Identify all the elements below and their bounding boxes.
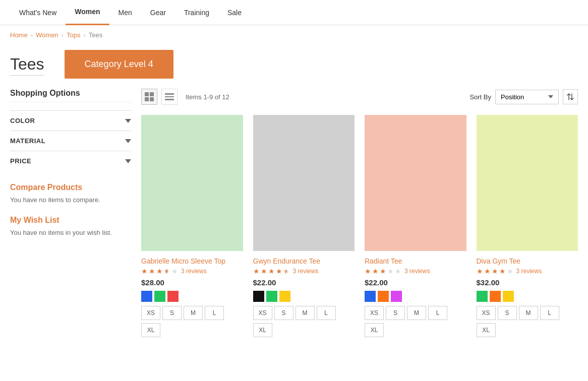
- nav-women[interactable]: Women: [66, 0, 109, 25]
- product-price: $32.00: [477, 278, 578, 287]
- reviews-link[interactable]: 3 reviews: [404, 268, 430, 275]
- size-button[interactable]: L: [540, 306, 559, 320]
- chevron-down-icon: [125, 119, 131, 123]
- nav-sale[interactable]: Sale: [218, 0, 251, 25]
- product-name[interactable]: Gabrielle Micro Sleeve Top: [141, 257, 243, 265]
- size-button[interactable]: S: [386, 306, 405, 320]
- breadcrumb-tops[interactable]: Tops: [67, 31, 80, 39]
- size-button[interactable]: S: [274, 306, 293, 320]
- wishlist-title: My Wish List: [10, 216, 131, 225]
- size-options: XSSML: [253, 306, 355, 320]
- size-button[interactable]: XL: [141, 323, 160, 337]
- color-swatch[interactable]: [141, 291, 152, 302]
- product-rating: ★★★★★ 3 reviews: [477, 267, 578, 275]
- nav-whats-new[interactable]: What's New: [10, 0, 66, 25]
- reviews-link[interactable]: 3 reviews: [293, 268, 319, 275]
- product-price: $22.00: [253, 278, 355, 287]
- filter-color: COLOR: [10, 110, 131, 131]
- star-full: ★: [268, 267, 275, 275]
- star-half: ★★: [164, 267, 170, 275]
- filter-material: MATERIAL: [10, 131, 131, 151]
- breadcrumb-sep-3: ›: [83, 31, 85, 39]
- compare-section: Compare Products You have no items to co…: [10, 183, 131, 204]
- list-view-button[interactable]: [161, 89, 178, 105]
- star-full: ★: [261, 267, 267, 275]
- reviews-link[interactable]: 3 reviews: [516, 268, 542, 275]
- size-button[interactable]: XS: [477, 306, 496, 320]
- size-button[interactable]: XL: [365, 323, 384, 337]
- color-swatch[interactable]: [167, 291, 179, 302]
- star-full: ★: [156, 267, 163, 275]
- nav-gear[interactable]: Gear: [141, 0, 175, 25]
- star-empty: ★: [387, 267, 394, 275]
- grid-view-button[interactable]: [141, 89, 157, 105]
- color-swatch[interactable]: [279, 291, 290, 302]
- sort-label: Sort By: [469, 93, 491, 101]
- size-button[interactable]: XS: [365, 306, 384, 320]
- product-card: Radiant Tee ★★★★★ 3 reviews $22.00 XSSML…: [365, 115, 466, 337]
- color-swatches: [477, 291, 578, 302]
- product-price: $22.00: [365, 278, 466, 287]
- size-button[interactable]: L: [428, 306, 447, 320]
- size-options: XSSML: [365, 306, 466, 320]
- size-button[interactable]: S: [162, 306, 182, 320]
- star-full: ★: [499, 267, 506, 275]
- color-swatch[interactable]: [266, 291, 277, 302]
- star-full: ★: [484, 267, 491, 275]
- compare-title: Compare Products: [10, 183, 131, 192]
- category-badge: Category Level 4: [65, 50, 173, 79]
- color-swatch[interactable]: [391, 291, 402, 302]
- color-swatch[interactable]: [477, 291, 488, 302]
- chevron-down-icon: [125, 159, 131, 163]
- product-card: Diva Gym Tee ★★★★★ 3 reviews $32.00 XSSM…: [477, 115, 578, 337]
- size-button[interactable]: XS: [253, 306, 272, 320]
- size-button[interactable]: M: [519, 306, 538, 320]
- main-layout: Shopping Options COLOR MATERIAL PRICE Co…: [0, 89, 588, 337]
- color-swatch[interactable]: [378, 291, 389, 302]
- color-swatch[interactable]: [253, 291, 264, 302]
- filter-price-label: PRICE: [10, 157, 31, 165]
- color-swatch[interactable]: [154, 291, 165, 302]
- color-swatch[interactable]: [365, 291, 376, 302]
- product-image: [365, 115, 466, 251]
- breadcrumb-current: Tees: [89, 31, 102, 39]
- size-button[interactable]: XS: [141, 306, 160, 320]
- product-name[interactable]: Radiant Tee: [365, 257, 466, 265]
- shopping-options-title: Shopping Options: [10, 89, 131, 102]
- filter-color-header[interactable]: COLOR: [10, 111, 131, 131]
- reviews-link[interactable]: 3 reviews: [181, 268, 207, 275]
- nav-training[interactable]: Training: [175, 0, 218, 25]
- filter-price-header[interactable]: PRICE: [10, 151, 131, 171]
- product-rating: ★★★★★★ 3 reviews: [253, 267, 355, 275]
- product-name[interactable]: Gwyn Endurance Tee: [253, 257, 355, 265]
- size-button[interactable]: XL: [477, 323, 496, 337]
- items-count: Items 1-9 of 12: [186, 93, 229, 101]
- filter-material-header[interactable]: MATERIAL: [10, 131, 131, 151]
- size-button[interactable]: M: [184, 306, 203, 320]
- color-swatch[interactable]: [503, 291, 514, 302]
- star-empty: ★: [507, 267, 513, 275]
- size-button[interactable]: XL: [253, 323, 272, 337]
- breadcrumb-sep-2: ›: [62, 31, 64, 39]
- size-button[interactable]: S: [498, 306, 517, 320]
- size-options-xl: XL: [253, 323, 355, 337]
- grid-4-icon: [145, 92, 154, 101]
- breadcrumb-home[interactable]: Home: [10, 31, 28, 39]
- sort-direction-button[interactable]: [563, 89, 578, 104]
- color-swatch[interactable]: [490, 291, 501, 302]
- product-name[interactable]: Diva Gym Tee: [477, 257, 578, 265]
- breadcrumb-sep-1: ›: [31, 31, 33, 39]
- sort-select[interactable]: Position Product Name Price: [495, 90, 559, 104]
- size-button[interactable]: L: [205, 306, 224, 320]
- star-half: ★★: [283, 267, 290, 275]
- breadcrumb-women[interactable]: Women: [36, 31, 58, 39]
- size-options: XSSML: [141, 306, 243, 320]
- size-button[interactable]: M: [407, 306, 426, 320]
- toolbar-right: Sort By Position Product Name Price: [469, 89, 578, 104]
- nav-men[interactable]: Men: [109, 0, 141, 25]
- sort-direction-icon: [567, 93, 574, 100]
- breadcrumb: Home › Women › Tops › Tees: [0, 25, 588, 45]
- size-button[interactable]: M: [296, 306, 315, 320]
- size-options-xl: XL: [477, 323, 578, 337]
- size-button[interactable]: L: [317, 306, 336, 320]
